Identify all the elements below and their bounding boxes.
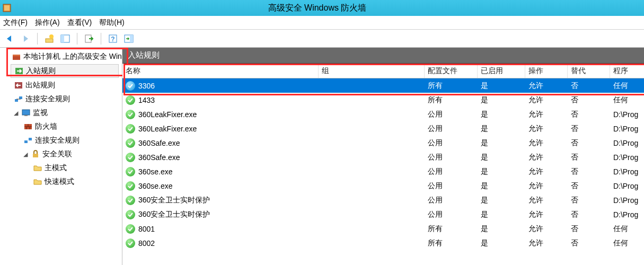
- rule-override: 否: [568, 196, 610, 205]
- tree-pane[interactable]: 本地计算机 上的高级安全 Win 入站规则 出站规则 连接安全规则 ◢ 监视 防…: [0, 48, 122, 265]
- folder-icon: [33, 177, 42, 187]
- rule-name: 3306: [138, 82, 155, 90]
- column-header-name[interactable]: 名称: [122, 64, 319, 78]
- tree-monitor-connsec[interactable]: 连接安全规则: [0, 134, 122, 147]
- column-header-override[interactable]: 替代: [568, 64, 610, 78]
- table-row[interactable]: 360LeakFixer.exe公用是允许否D:\Prog: [122, 121, 644, 136]
- folder-icon: [33, 163, 42, 173]
- rule-action: 允许: [525, 167, 568, 176]
- back-button[interactable]: [3, 32, 16, 45]
- tree-label: 入站规则: [26, 66, 56, 76]
- tree-inbound-rules[interactable]: 入站规则: [11, 64, 119, 78]
- svg-rect-10: [130, 35, 133, 42]
- main-area: 本地计算机 上的高级安全 Win 入站规则 出站规则 连接安全规则 ◢ 监视 防…: [0, 48, 644, 265]
- svg-rect-18: [24, 115, 28, 116]
- rule-enabled: 是: [478, 138, 525, 148]
- column-header-program[interactable]: 程序: [610, 64, 644, 78]
- column-header-group[interactable]: 组: [319, 64, 425, 78]
- action-pane-button[interactable]: [122, 32, 135, 45]
- rule-enabled: 是: [478, 153, 525, 162]
- menu-view[interactable]: 查看(V): [67, 18, 92, 28]
- rule-override: 否: [568, 110, 610, 119]
- rule-action: 允许: [525, 95, 568, 105]
- table-row[interactable]: 1433所有是允许否任何: [122, 93, 644, 107]
- rule-profile: 所有: [425, 95, 478, 105]
- rule-name: 8001: [138, 225, 155, 233]
- rule-program: D:\Prog: [610, 196, 644, 205]
- rule-action: 允许: [525, 138, 568, 148]
- table-row[interactable]: 8001所有是允许否任何: [122, 222, 644, 236]
- rule-name: 360se.exe: [138, 182, 173, 190]
- tree-monitor[interactable]: ◢ 监视: [0, 106, 122, 120]
- outbound-rule-icon: [14, 81, 23, 90]
- forward-button[interactable]: [19, 32, 32, 45]
- toolbar-separator: [37, 33, 38, 45]
- table-row[interactable]: 360Safe.exe公用是允许否D:\Prog: [122, 150, 644, 164]
- rule-action: 允许: [525, 210, 568, 219]
- rule-enabled: 是: [478, 224, 525, 234]
- rule-program: D:\Prog: [610, 167, 644, 176]
- menu-file[interactable]: 文件(F): [3, 18, 28, 28]
- show-hide-console-button[interactable]: [59, 32, 72, 45]
- rule-override: 否: [568, 224, 610, 234]
- rules-grid[interactable]: 名称 组 配置文件 已启用 操作 替代 程序 3306所有是允许否任何1433所…: [122, 64, 644, 265]
- table-row[interactable]: 360LeakFixer.exe公用是允许否D:\Prog: [122, 107, 644, 121]
- rule-profile: 公用: [425, 210, 478, 219]
- rule-name: 360安全卫士实时保护: [138, 196, 210, 205]
- allow-icon: [126, 95, 135, 105]
- tree-quick-mode[interactable]: 快速模式: [0, 175, 122, 189]
- rule-name: 360Safe.exe: [138, 139, 180, 147]
- tree-connection-security[interactable]: 连接安全规则: [0, 92, 122, 106]
- tree-label: 防火墙: [35, 122, 57, 131]
- svg-rect-5: [61, 35, 64, 42]
- table-row[interactable]: 360Safe.exe公用是允许否D:\Prog: [122, 136, 644, 150]
- rule-profile: 所有: [425, 81, 478, 91]
- toolbar-separator: [101, 33, 101, 45]
- rule-name: 360se.exe: [138, 167, 173, 176]
- rule-action: 允许: [525, 124, 568, 134]
- table-row[interactable]: 360安全卫士实时保护公用是允许否D:\Prog: [122, 193, 644, 207]
- tree-monitor-sa[interactable]: ◢ 安全关联: [0, 147, 122, 161]
- chevron-down-icon[interactable]: ◢: [23, 151, 31, 158]
- tree-root[interactable]: 本地计算机 上的高级安全 Win: [0, 50, 122, 64]
- menu-help[interactable]: 帮助(H): [99, 18, 124, 28]
- rule-override: 否: [568, 181, 610, 191]
- tree-main-mode[interactable]: 主模式: [0, 161, 122, 175]
- column-header-action[interactable]: 操作: [525, 64, 568, 78]
- rule-enabled: 是: [478, 238, 525, 248]
- table-row[interactable]: 360se.exe公用是允许否D:\Prog: [122, 179, 644, 193]
- table-row[interactable]: 8002所有是允许否任何: [122, 236, 644, 250]
- help-button[interactable]: ?: [107, 32, 119, 45]
- rule-override: 否: [568, 238, 610, 248]
- allow-icon: [126, 224, 135, 234]
- svg-rect-2: [46, 39, 53, 42]
- rule-program: D:\Prog: [610, 182, 644, 190]
- tree-outbound-rules[interactable]: 出站规则: [0, 78, 122, 92]
- rule-program: 任何: [610, 238, 644, 248]
- rule-enabled: 是: [478, 210, 525, 219]
- tree-monitor-firewall[interactable]: 防火墙: [0, 120, 122, 134]
- table-row[interactable]: 360安全卫士实时保护公用是允许否D:\Prog: [122, 207, 644, 222]
- column-header-enabled[interactable]: 已启用: [478, 64, 525, 78]
- allow-icon: [126, 153, 135, 162]
- table-row[interactable]: 3306所有是允许否任何: [122, 78, 644, 93]
- table-row[interactable]: 360se.exe公用是允许否D:\Prog: [122, 164, 644, 179]
- rule-name: 8002: [138, 239, 155, 248]
- arrow-left-icon: [5, 34, 14, 43]
- menu-action[interactable]: 操作(A): [35, 18, 60, 28]
- window-titlebar[interactable]: 高级安全 Windows 防火墙: [0, 0, 644, 16]
- export-list-button[interactable]: [83, 32, 95, 45]
- arrow-right-icon: [21, 34, 30, 43]
- inbound-rule-icon: [14, 66, 24, 76]
- connection-security-icon: [23, 136, 33, 145]
- rule-profile: 公用: [425, 138, 478, 148]
- new-rule-button[interactable]: [43, 32, 56, 45]
- rule-program: D:\Prog: [610, 153, 644, 162]
- chevron-down-icon[interactable]: ◢: [14, 110, 21, 117]
- tree-label: 安全关联: [42, 149, 72, 159]
- rule-action: 允许: [525, 153, 568, 162]
- allow-icon: [126, 110, 135, 119]
- column-header-profile[interactable]: 配置文件: [425, 64, 478, 78]
- tree-label: 连接安全规则: [35, 136, 80, 145]
- rule-name: 360LeakFixer.exe: [138, 125, 197, 133]
